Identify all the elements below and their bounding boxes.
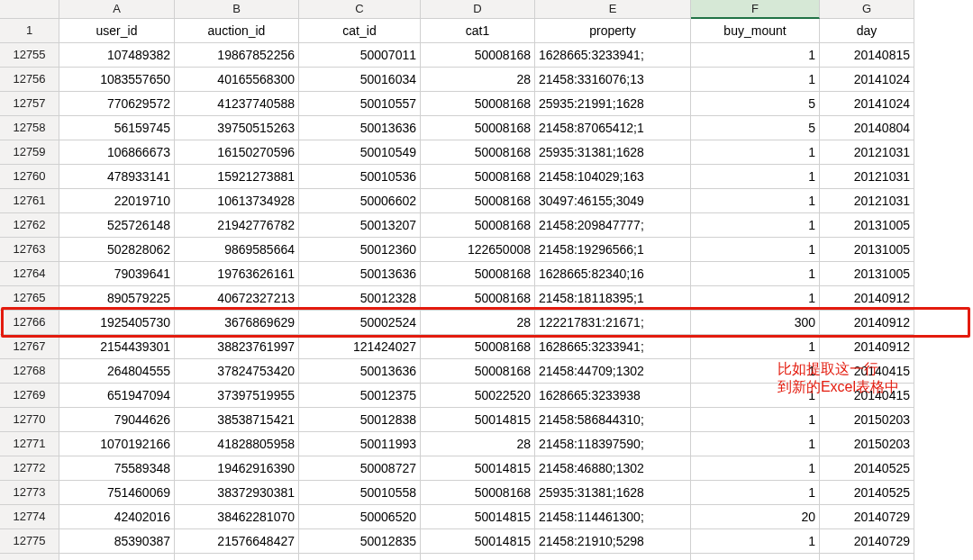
cell-G[interactable]: 20121031 bbox=[820, 189, 914, 213]
cell-C[interactable]: 50013636 bbox=[299, 359, 421, 384]
row-label[interactable]: 12766 bbox=[0, 311, 59, 335]
cell-G[interactable]: 20140729 bbox=[820, 529, 914, 554]
header-property[interactable]: property bbox=[535, 19, 691, 43]
cell-F[interactable]: 1 bbox=[691, 456, 820, 481]
cell-E[interactable]: 122217831:21671; bbox=[535, 311, 691, 335]
cell-G[interactable]: 20140912 bbox=[820, 286, 914, 311]
row-label[interactable]: 12769 bbox=[0, 384, 59, 408]
cell-A[interactable]: 1925405730 bbox=[59, 311, 175, 335]
cell-E[interactable]: 21458:19296566;1 bbox=[535, 238, 691, 262]
cell-F[interactable]: 1 bbox=[691, 189, 820, 213]
cell-B[interactable]: 41237740588 bbox=[175, 92, 299, 116]
cell-D[interactable]: 50008168 bbox=[421, 116, 535, 140]
cell-G[interactable]: 20131005 bbox=[820, 238, 914, 262]
cell-D[interactable]: 50008168 bbox=[421, 213, 535, 238]
row-label[interactable]: 12760 bbox=[0, 165, 59, 189]
cell-A[interactable]: 478933141 bbox=[59, 165, 175, 189]
cell-G[interactable]: 20140729 bbox=[820, 505, 914, 529]
cell-C[interactable]: 50012835 bbox=[299, 529, 421, 554]
cell-D[interactable]: 50008168 bbox=[421, 165, 535, 189]
cell-F[interactable]: 1 bbox=[691, 481, 820, 505]
cell-C[interactable]: 50010558 bbox=[299, 481, 421, 505]
cell-D[interactable]: 50008168 bbox=[421, 43, 535, 68]
cell-G[interactable]: 20150203 bbox=[820, 432, 914, 456]
cell-F[interactable]: 1 bbox=[691, 359, 820, 384]
cell-A[interactable]: 85390387 bbox=[59, 529, 175, 554]
cell-D[interactable]: 50008168 bbox=[421, 92, 535, 116]
cell-C[interactable]: 50012360 bbox=[299, 238, 421, 262]
col-header-B[interactable]: B bbox=[175, 0, 299, 19]
cell-E[interactable]: 21458:118397590; bbox=[535, 432, 691, 456]
header-day[interactable]: day bbox=[820, 19, 914, 43]
cell-G[interactable]: 20140415 bbox=[820, 359, 914, 384]
row-label[interactable]: 12761 bbox=[0, 189, 59, 213]
cell-G[interactable]: 20140815 bbox=[820, 43, 914, 68]
header-auction_id[interactable]: auction_id bbox=[175, 19, 299, 43]
cell-A[interactable]: 107489382 bbox=[59, 43, 175, 68]
cell-C[interactable]: 50006602 bbox=[299, 189, 421, 213]
cell-B[interactable]: 19763626161 bbox=[175, 262, 299, 286]
cell-D[interactable]: 50008168 bbox=[421, 335, 535, 359]
cell-B[interactable]: 37824753420 bbox=[175, 359, 299, 384]
cell-E[interactable]: 21458:87065412;1 bbox=[535, 116, 691, 140]
cell-F[interactable]: 1 bbox=[691, 432, 820, 456]
row-label[interactable]: 12774 bbox=[0, 505, 59, 529]
cell-A[interactable]: 770629572 bbox=[59, 92, 175, 116]
cell-G[interactable]: 20150203 bbox=[820, 408, 914, 432]
cell-D[interactable]: 50008168 bbox=[421, 286, 535, 311]
cell-A[interactable]: 56159745 bbox=[59, 116, 175, 140]
row-label[interactable]: 12757 bbox=[0, 92, 59, 116]
cell-G[interactable]: 20140912 bbox=[820, 335, 914, 359]
cell-B[interactable]: 19867852256 bbox=[175, 43, 299, 68]
cell-D[interactable]: 28 bbox=[421, 311, 535, 335]
header-user_id[interactable]: user_id bbox=[59, 19, 175, 43]
cell-B[interactable]: 21576648427 bbox=[175, 529, 299, 554]
cell-D[interactable]: 50014815 bbox=[421, 505, 535, 529]
cell-C[interactable]: 50011993 bbox=[299, 432, 421, 456]
cell-D[interactable]: 50014815 bbox=[421, 529, 535, 554]
cell-E[interactable]: 21458:18118395;1 bbox=[535, 286, 691, 311]
cell-E[interactable]: 1628665:82340;16 bbox=[535, 262, 691, 286]
cell-F[interactable]: 2 bbox=[691, 554, 820, 560]
col-header-F[interactable]: F bbox=[691, 0, 820, 19]
cell-C[interactable]: 50010549 bbox=[299, 140, 421, 165]
row-label[interactable]: 12770 bbox=[0, 408, 59, 432]
cell-D[interactable]: 50008168 bbox=[421, 262, 535, 286]
cell-A[interactable]: 1070192166 bbox=[59, 432, 175, 456]
cell-G[interactable]: 20140525 bbox=[820, 481, 914, 505]
col-header-D[interactable]: D bbox=[421, 0, 535, 19]
cell-D[interactable]: 28 bbox=[421, 68, 535, 92]
header-cat_id[interactable]: cat_id bbox=[299, 19, 421, 43]
cell-F[interactable]: 20 bbox=[691, 505, 820, 529]
cell-A[interactable]: 890579225 bbox=[59, 286, 175, 311]
cell-F[interactable]: 1 bbox=[691, 43, 820, 68]
cell-E[interactable]: 25935:21991;1628 bbox=[535, 92, 691, 116]
cell-B[interactable]: 38462281070 bbox=[175, 505, 299, 529]
cell-E[interactable]: 1628665:3233938 bbox=[535, 384, 691, 408]
cell-F[interactable]: 1 bbox=[691, 384, 820, 408]
cell-C[interactable]: 50002524 bbox=[299, 311, 421, 335]
cell-A[interactable]: 2154439301 bbox=[59, 335, 175, 359]
cell-F[interactable]: 1 bbox=[691, 140, 820, 165]
cell-D[interactable]: 28 bbox=[421, 432, 535, 456]
cell-B[interactable]: 9869585664 bbox=[175, 238, 299, 262]
cell-B[interactable]: 37397519955 bbox=[175, 384, 299, 408]
cell-C[interactable]: 50010557 bbox=[299, 92, 421, 116]
cell-B[interactable]: 21942776782 bbox=[175, 213, 299, 238]
cell-A[interactable]: 75589348 bbox=[59, 456, 175, 481]
cell-A[interactable]: 651947094 bbox=[59, 384, 175, 408]
row-label[interactable]: 12767 bbox=[0, 335, 59, 359]
cell-G[interactable]: 20121031 bbox=[820, 140, 914, 165]
row-label[interactable]: 12773 bbox=[0, 481, 59, 505]
cell-A[interactable]: 264804555 bbox=[59, 359, 175, 384]
cell-A[interactable]: 502828062 bbox=[59, 238, 175, 262]
cell-E[interactable]: 21458:21910;5298 bbox=[535, 529, 691, 554]
cell-D[interactable]: 50014815 bbox=[421, 408, 535, 432]
row-label-1[interactable]: 1 bbox=[0, 19, 59, 43]
cell-G[interactable]: 20140525 bbox=[820, 456, 914, 481]
cell-D[interactable]: 122650008 bbox=[421, 238, 535, 262]
cell-E[interactable]: 21458:209847777; bbox=[535, 213, 691, 238]
cell-F[interactable]: 1 bbox=[691, 408, 820, 432]
cell-B[interactable]: 20497783415 bbox=[175, 554, 299, 560]
cell-E[interactable]: 21458:46880;1302 bbox=[535, 456, 691, 481]
